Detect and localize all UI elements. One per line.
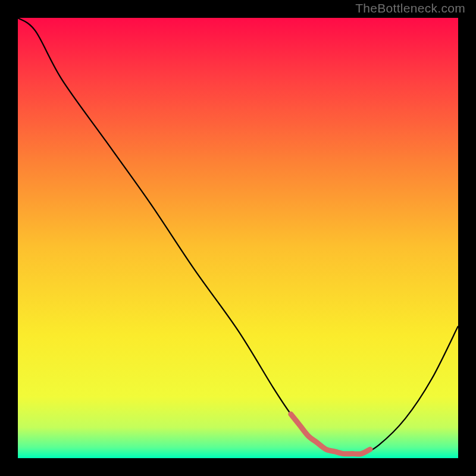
chart-svg	[18, 18, 458, 458]
gradient-background	[18, 18, 458, 458]
plot-area	[18, 18, 458, 458]
watermark-text: TheBottleneck.com	[355, 1, 465, 15]
chart-stage: TheBottleneck.com	[0, 0, 476, 476]
